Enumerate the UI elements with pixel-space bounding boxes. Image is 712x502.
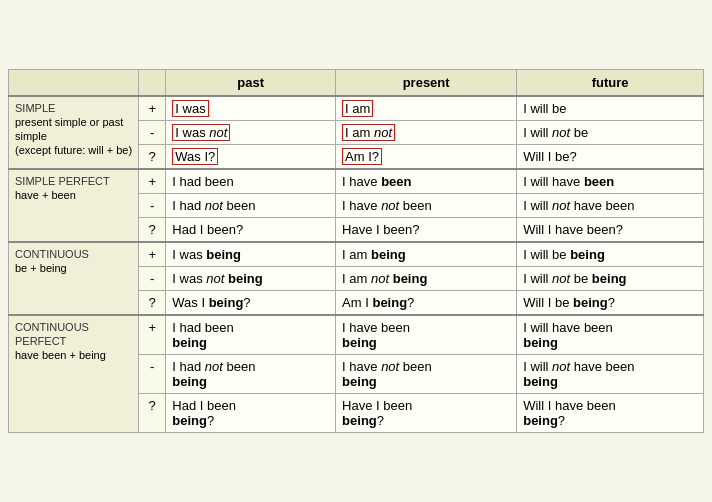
past-1-1: I had not been	[166, 194, 336, 218]
past-2-1: I was not being	[166, 267, 336, 291]
present-2-0: I am being	[336, 242, 517, 267]
present-2-1: I am not being	[336, 267, 517, 291]
category-0: SIMPLEpresent simple or pastsimple(excep…	[9, 96, 139, 169]
past-3-0: I had beenbeing	[166, 315, 336, 355]
present-3-2: Have I beenbeing?	[336, 394, 517, 433]
sign-0-2: ?	[139, 145, 166, 170]
present-0-1: I am not	[336, 121, 517, 145]
past-2-0: I was being	[166, 242, 336, 267]
present-0-2: Am I?	[336, 145, 517, 170]
grammar-table: past present future SIMPLEpresent simple…	[8, 69, 704, 433]
past-3-1: I had not beenbeing	[166, 355, 336, 394]
future-1-0: I will have been	[517, 169, 704, 194]
past-1-0: I had been	[166, 169, 336, 194]
past-0-0: I was	[166, 96, 336, 121]
future-3-1: I will not have beenbeing	[517, 355, 704, 394]
sign-2-2: ?	[139, 291, 166, 316]
present-3-1: I have not beenbeing	[336, 355, 517, 394]
future-1-1: I will not have been	[517, 194, 704, 218]
sign-1-0: +	[139, 169, 166, 194]
header-sign	[139, 70, 166, 97]
header-category	[9, 70, 139, 97]
future-0-2: Will I be?	[517, 145, 704, 170]
sign-1-1: -	[139, 194, 166, 218]
sign-3-0: +	[139, 315, 166, 355]
past-1-2: Had I been?	[166, 218, 336, 243]
category-2: CONTINUOUSbe + being	[9, 242, 139, 315]
present-2-2: Am I being?	[336, 291, 517, 316]
future-2-2: Will I be being?	[517, 291, 704, 316]
future-3-0: I will have beenbeing	[517, 315, 704, 355]
future-1-2: Will I have been?	[517, 218, 704, 243]
header-future: future	[517, 70, 704, 97]
sign-2-0: +	[139, 242, 166, 267]
future-2-0: I will be being	[517, 242, 704, 267]
future-0-0: I will be	[517, 96, 704, 121]
future-3-2: Will I have beenbeing?	[517, 394, 704, 433]
past-3-2: Had I beenbeing?	[166, 394, 336, 433]
header-past: past	[166, 70, 336, 97]
present-0-0: I am	[336, 96, 517, 121]
sign-2-1: -	[139, 267, 166, 291]
sign-0-0: +	[139, 96, 166, 121]
present-1-0: I have been	[336, 169, 517, 194]
sign-1-2: ?	[139, 218, 166, 243]
past-0-2: Was I?	[166, 145, 336, 170]
sign-0-1: -	[139, 121, 166, 145]
present-3-0: I have beenbeing	[336, 315, 517, 355]
sign-3-1: -	[139, 355, 166, 394]
sign-3-2: ?	[139, 394, 166, 433]
past-2-2: Was I being?	[166, 291, 336, 316]
header-present: present	[336, 70, 517, 97]
present-1-2: Have I been?	[336, 218, 517, 243]
category-1: SIMPLE PERFECThave + been	[9, 169, 139, 242]
past-0-1: I was not	[166, 121, 336, 145]
present-1-1: I have not been	[336, 194, 517, 218]
future-0-1: I will not be	[517, 121, 704, 145]
category-3: CONTINUOUS PERFECThave been + being	[9, 315, 139, 433]
future-2-1: I will not be being	[517, 267, 704, 291]
